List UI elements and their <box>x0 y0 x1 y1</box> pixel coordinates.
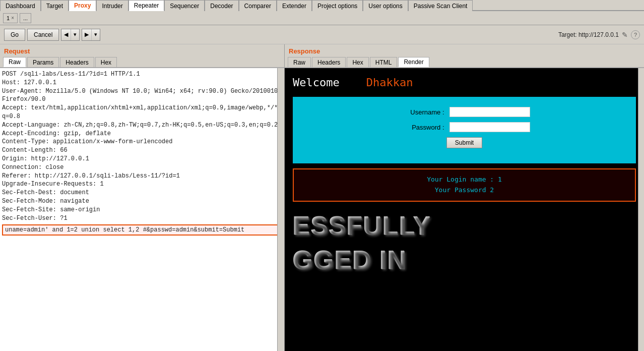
request-tab-ellipsis[interactable]: ... <box>20 13 31 23</box>
left-panel: Request Raw Params Headers Hex POST /sql… <box>0 44 285 351</box>
response-panel-title: Response <box>285 44 644 57</box>
request-highlighted-text: uname=admin' and 1=2 union select 1,2 #&… <box>2 224 282 236</box>
response-subtab-html[interactable]: HTML <box>370 57 398 67</box>
main-tab-bar: Dashboard Target Proxy Intruder Repeater… <box>0 0 644 11</box>
target-label: Target: http://127.0.0.1 <box>558 31 619 38</box>
back-nav-group: ◀ ▾ <box>61 29 80 41</box>
response-sub-tabs: Raw Headers Hex HTML Render <box>285 57 644 68</box>
tab-sequencer[interactable]: Sequencer <box>164 0 205 11</box>
cancel-button[interactable]: Cancel <box>27 29 59 41</box>
success-line1: ESSFULLY <box>285 207 644 241</box>
response-rendered-content: Welcome Dhakkan Username : Password : Su… <box>285 68 644 351</box>
edit-target-icon[interactable]: ✎ <box>622 31 628 39</box>
forward-dropdown-button[interactable]: ▾ <box>92 29 100 40</box>
username-input[interactable] <box>449 107 530 117</box>
login-form-box: Username : Password : Submit <box>293 97 636 163</box>
request-subtab-params[interactable]: Params <box>27 57 59 67</box>
password-row: Password : <box>303 122 626 132</box>
username-label: Username : <box>399 108 444 116</box>
request-bar: 1 × ... <box>0 11 644 25</box>
response-scrollbar[interactable] <box>638 68 644 351</box>
tab-passive-scan[interactable]: Passive Scan Client <box>408 0 473 11</box>
tab-dashboard[interactable]: Dashboard <box>0 0 41 11</box>
welcome-label: Welcome <box>293 76 340 89</box>
login-name-text: Your Login name : 1 <box>299 174 630 185</box>
request-sub-tabs: Raw Params Headers Hex <box>0 57 284 68</box>
username-display: Dhakkan <box>366 76 413 89</box>
password-label: Password : <box>399 124 444 131</box>
request-tab-close[interactable]: × <box>11 15 14 21</box>
toolbar: Go Cancel ◀ ▾ ▶ ▾ Target: http://127.0.0… <box>0 25 644 44</box>
tab-decoder[interactable]: Decoder <box>205 0 238 11</box>
forward-dropdown-icon: ▾ <box>94 31 97 38</box>
go-button[interactable]: Go <box>4 29 25 41</box>
right-panel: Response Raw Headers Hex HTML Render Wel… <box>285 44 644 351</box>
back-dropdown-button[interactable]: ▾ <box>71 29 79 40</box>
request-tab-1[interactable]: 1 × <box>3 13 18 23</box>
request-subtab-headers[interactable]: Headers <box>60 57 94 67</box>
tab-comparer[interactable]: Comparer <box>239 0 277 11</box>
back-dropdown-icon: ▾ <box>74 31 77 38</box>
tab-user-options[interactable]: User options <box>363 0 408 11</box>
main-content: Request Raw Params Headers Hex POST /sql… <box>0 44 644 351</box>
tab-proxy[interactable]: Proxy <box>69 0 96 11</box>
back-button[interactable]: ◀ <box>61 29 71 40</box>
back-arrow-icon: ◀ <box>64 31 68 38</box>
forward-arrow-icon: ▶ <box>85 31 89 38</box>
target-info: Target: http://127.0.0.1 ✎ ? <box>558 30 640 39</box>
tab-repeater[interactable]: Repeater <box>128 0 164 11</box>
request-body[interactable]: POST /sqli-labs/Less-11/?id=1 HTTP/1.1 H… <box>0 68 284 351</box>
response-subtab-headers[interactable]: Headers <box>312 57 346 67</box>
tab-extender[interactable]: Extender <box>277 0 312 11</box>
success-text-area: ESSFULLY GGED IN <box>285 207 644 275</box>
username-row: Username : <box>303 107 626 117</box>
response-subtab-hex[interactable]: Hex <box>347 57 368 67</box>
request-panel-title: Request <box>0 44 284 57</box>
login-password-text: Your Password 2 <box>299 185 630 196</box>
welcome-line: Welcome Dhakkan <box>285 68 644 97</box>
forward-nav-group: ▶ ▾ <box>82 29 100 41</box>
request-subtab-raw[interactable]: Raw <box>3 57 26 67</box>
request-scrollbar[interactable] <box>277 68 284 351</box>
request-tab-number: 1 <box>7 15 10 21</box>
request-text: POST /sqli-labs/Less-11/?id=1 HTTP/1.1 H… <box>2 71 284 222</box>
request-subtab-hex[interactable]: Hex <box>95 57 117 67</box>
help-icon[interactable]: ? <box>631 30 640 39</box>
password-input[interactable] <box>449 122 530 132</box>
tab-target[interactable]: Target <box>41 0 69 11</box>
tab-intruder[interactable]: Intruder <box>96 0 128 11</box>
submit-row: Submit <box>303 137 626 148</box>
response-subtab-render[interactable]: Render <box>398 57 429 67</box>
response-header-area: Response Raw Headers Hex HTML Render <box>285 44 644 68</box>
response-subtab-raw[interactable]: Raw <box>288 57 311 67</box>
forward-button[interactable]: ▶ <box>82 29 92 40</box>
tab-project-options[interactable]: Project options <box>312 0 363 11</box>
success-line2: GGED IN <box>285 241 644 275</box>
login-result-box: Your Login name : 1 Your Password 2 <box>293 168 636 202</box>
submit-button[interactable]: Submit <box>446 137 482 148</box>
